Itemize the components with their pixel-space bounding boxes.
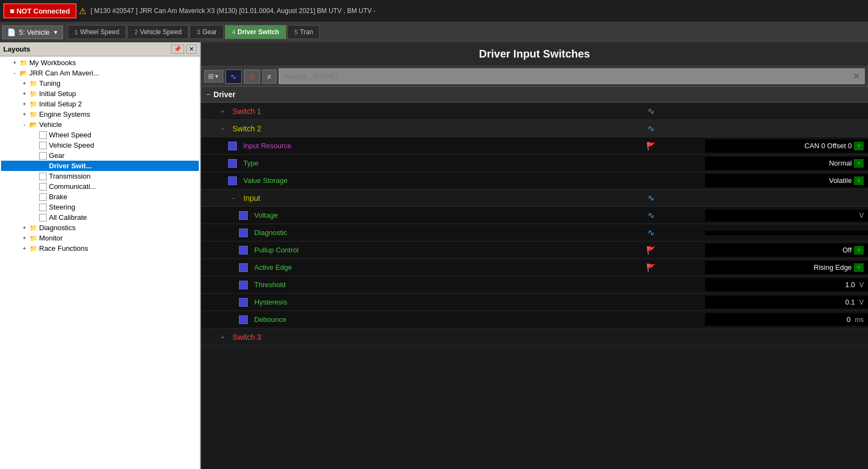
row-active-edge[interactable]: Active Edge 🚩 Rising Edge ▼ (201, 259, 868, 276)
active-edge-dropdown[interactable]: ▼ (854, 263, 864, 272)
stop-icon: ■ (10, 7, 14, 15)
toolbar-compare-button[interactable]: ≠ (262, 69, 276, 84)
sidebar-item-initial-setup-2[interactable]: + 📁 Initial Setup 2 (1, 99, 199, 109)
checkbox-all-calibrate[interactable] (39, 214, 47, 221)
checkbox-gear[interactable] (39, 152, 47, 160)
row-type[interactable]: Type Normal ▼ (201, 155, 868, 172)
toolbar-wave-button[interactable]: ∿ (225, 69, 242, 84)
warning-icon: ⚠ (79, 6, 86, 16)
tab-5-label: Tran (300, 28, 313, 36)
sidebar-pin-button[interactable]: 📌 (171, 45, 184, 54)
value-storage-dropdown[interactable]: ▼ (854, 176, 864, 185)
checkbox-driver-switch[interactable] (39, 162, 47, 170)
toolbar-grid-button[interactable]: ⊞ ▼ (204, 70, 223, 83)
checkbox-vehicle-speed[interactable] (39, 142, 47, 149)
checkbox-brake[interactable] (39, 193, 47, 201)
input-resource-dropdown[interactable]: ▼ (854, 142, 864, 150)
sidebar-item-engine-systems[interactable]: + 📁 Engine Systems (1, 109, 199, 119)
search-clear-button[interactable]: ✕ (853, 71, 860, 81)
flag-icon-active-edge: 🚩 (646, 263, 656, 272)
row-input-subgroup[interactable]: − Input ∿ (201, 189, 868, 207)
folder-icon-initial-setup-2: 📁 (29, 100, 37, 108)
chevron-down-icon-toolbar: ▼ (214, 73, 219, 79)
sidebar-item-communication[interactable]: Communicati... (1, 181, 199, 192)
sidebar-item-vehicle[interactable]: - 📂 Vehicle (1, 119, 199, 130)
row-hysteresis[interactable]: Hysteresis 0.1 V (201, 294, 868, 311)
sidebar-item-driver-switch[interactable]: Driver Swit... (1, 161, 199, 171)
not-connected-button[interactable]: ■ NOT Connected (3, 3, 77, 18)
sidebar-item-transmission[interactable]: Transmission (1, 171, 199, 181)
folder-icon-monitor: 📁 (29, 234, 37, 242)
debounce-label: Debounce (250, 313, 596, 326)
checkbox-wheel-speed[interactable] (39, 131, 47, 139)
sidebar-item-tuning[interactable]: + 📁 Tuning (1, 78, 199, 88)
sidebar-label-vehicle-speed: Vehicle Speed (49, 141, 94, 149)
sidebar-item-vehicle-speed[interactable]: Vehicle Speed (1, 140, 199, 150)
hysteresis-label: Hysteresis (250, 296, 596, 308)
tab-5-num: 5 (294, 29, 298, 35)
row-diagnostic[interactable]: Diagnostic ∿ (201, 224, 868, 242)
table-content: − Driver + Switch 1 ∿ − Switch 2 ∿ (201, 87, 868, 469)
indicator-hysteresis (239, 298, 248, 307)
section-driver[interactable]: − Driver (201, 87, 868, 103)
row-debounce[interactable]: Debounce 0 ms (201, 311, 868, 328)
row-switch2[interactable]: − Switch 2 ∿ (201, 120, 868, 137)
switch3-value (705, 335, 868, 339)
sidebar-label-tuning: Tuning (39, 79, 60, 87)
sidebar-item-brake[interactable]: Brake (1, 192, 199, 202)
content-area: Driver Input Switches ⊞ ▼ ∿ ⊘ ≠ ✕ (201, 42, 868, 469)
sidebar-item-initial-setup[interactable]: + 📁 Initial Setup (1, 88, 199, 99)
tab-wheel-speed[interactable]: 1 Wheel Speed (67, 25, 126, 39)
sidebar-item-steering[interactable]: Steering (1, 202, 199, 212)
indicator-active-edge (239, 263, 248, 272)
tab-driver-switch[interactable]: 4 Driver Switch (225, 25, 286, 39)
section-driver-label: Driver (213, 90, 235, 99)
sidebar-item-race-functions[interactable]: + 📁 Race Functions (1, 243, 199, 253)
sidebar-close-button[interactable]: ✕ (186, 45, 197, 54)
input-resource-label: Input Resource (239, 140, 596, 152)
sidebar-item-all-calibrate[interactable]: All Calibrate (1, 212, 199, 223)
hysteresis-val-text: 0.1 (845, 298, 855, 306)
tab-tran[interactable]: 5 Tran (287, 25, 320, 39)
sidebar-item-my-workbooks[interactable]: + 📁 My Workbooks (1, 58, 199, 68)
row-switch1[interactable]: + Switch 1 ∿ (201, 103, 868, 120)
pullup-dropdown[interactable]: ▼ (854, 246, 864, 255)
sidebar-item-monitor[interactable]: + 📁 Monitor (1, 233, 199, 243)
tab-gear[interactable]: 3 Gear (190, 25, 224, 39)
checkbox-steering[interactable] (39, 204, 47, 211)
indicator-voltage (239, 211, 248, 220)
grid-icon: ⊞ (208, 72, 214, 80)
indicator-type (228, 159, 237, 168)
expand-switch2: − (217, 125, 228, 132)
tab-4-num: 4 (232, 29, 235, 35)
vehicle-selector[interactable]: 📄 5: Vehicle ▼ (2, 26, 63, 39)
folder-icon-vehicle: 📂 (29, 121, 37, 129)
expand-race-functions: + (21, 245, 28, 251)
search-input[interactable] (284, 72, 853, 80)
sidebar-item-gear[interactable]: Gear (1, 150, 199, 161)
value-storage-val-text: Volatile (829, 176, 852, 185)
row-switch3[interactable]: + Switch 3 (201, 328, 868, 346)
checkbox-transmission[interactable] (39, 173, 47, 180)
sidebar-item-jrr[interactable]: - 📂 JRR Can Am Maveri... (1, 68, 199, 78)
type-dropdown[interactable]: ▼ (854, 159, 864, 168)
threshold-value: 1.0 V (705, 278, 868, 291)
indicator-diagnostic (239, 229, 248, 237)
expand-vehicle: - (21, 122, 28, 128)
sidebar-label-wheel-speed: Wheel Speed (49, 131, 91, 139)
row-voltage[interactable]: Voltage ∿ V (201, 207, 868, 224)
sidebar-item-wheel-speed[interactable]: Wheel Speed (1, 130, 199, 140)
checkbox-communication[interactable] (39, 183, 47, 191)
toolbar-stop-button[interactable]: ⊘ (244, 69, 260, 84)
sidebar-label-driver-switch: Driver Swit... (49, 162, 92, 170)
wave-icon-toolbar: ∿ (230, 72, 237, 81)
row-threshold[interactable]: Threshold 1.0 V (201, 276, 868, 294)
expand-my-workbooks: + (11, 60, 18, 66)
tab-vehicle-speed[interactable]: 2 Vehicle Speed (127, 25, 188, 39)
debounce-unit: ms (855, 316, 864, 324)
row-value-storage[interactable]: Value Storage Volatile ▼ (201, 172, 868, 189)
row-pullup-control[interactable]: Pullup Control 🚩 Off ▼ (201, 242, 868, 259)
sidebar-item-diagnostics[interactable]: + 📁 Diagnostics (1, 223, 199, 233)
row-input-resource[interactable]: Input Resource 🚩 CAN 0 Offset 0 ▼ (201, 137, 868, 155)
wave-icon-voltage: ∿ (647, 210, 655, 220)
